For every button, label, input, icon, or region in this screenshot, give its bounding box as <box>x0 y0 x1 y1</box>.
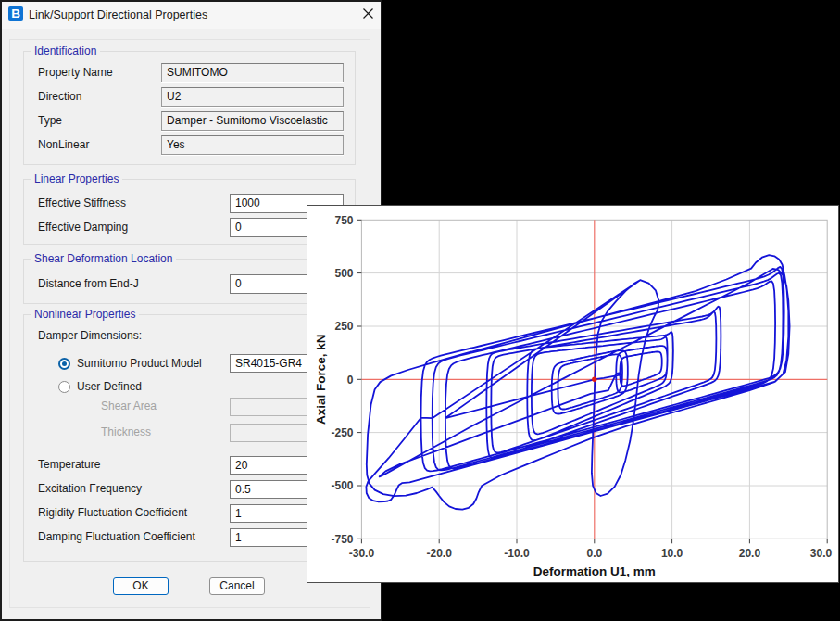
svg-text:-500: -500 <box>331 479 353 492</box>
svg-text:-250: -250 <box>331 426 353 439</box>
svg-text:10.0: 10.0 <box>661 547 683 560</box>
svg-text:-750: -750 <box>331 533 353 546</box>
svg-text:20.0: 20.0 <box>739 547 761 560</box>
svg-text:0.0: 0.0 <box>586 547 602 560</box>
svg-text:0: 0 <box>347 374 354 387</box>
svg-text:750: 750 <box>334 214 353 227</box>
svg-text:250: 250 <box>334 320 353 333</box>
svg-text:-20.0: -20.0 <box>427 547 453 560</box>
svg-text:Axial Force, kN: Axial Force, kN <box>314 335 328 425</box>
svg-text:500: 500 <box>334 267 353 280</box>
svg-text:30.0: 30.0 <box>810 547 833 560</box>
svg-text:-30.0: -30.0 <box>349 547 375 560</box>
svg-text:-10.0: -10.0 <box>504 547 530 560</box>
svg-text:Deformation U1, mm: Deformation U1, mm <box>533 564 656 578</box>
